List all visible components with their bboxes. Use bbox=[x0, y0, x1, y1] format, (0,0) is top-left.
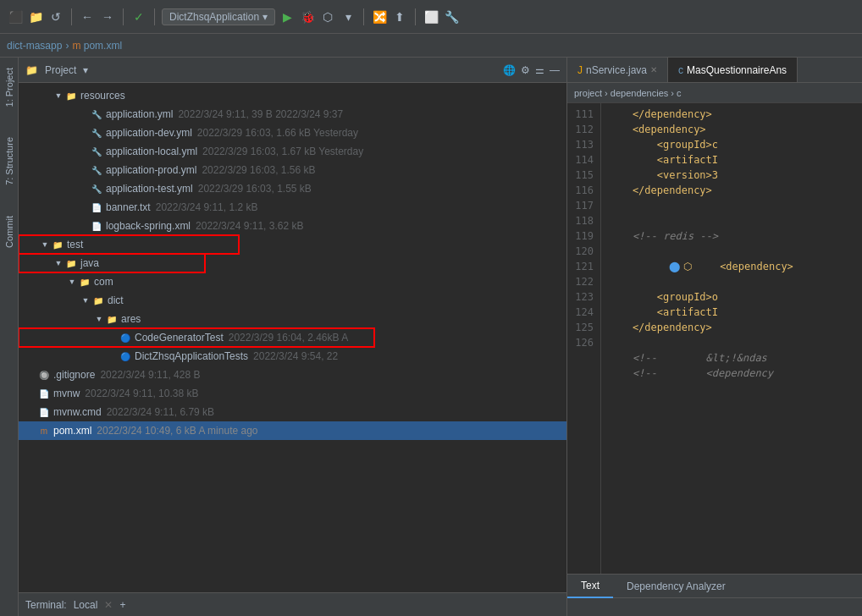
file-name: mvnw bbox=[53, 388, 80, 399]
settings-icon2[interactable]: 🔧 bbox=[443, 8, 460, 25]
project-panel-title: Project bbox=[45, 64, 76, 76]
sidebar-item-project[interactable]: 1: Project bbox=[3, 61, 16, 113]
forward-icon[interactable]: → bbox=[99, 8, 116, 25]
debug-button[interactable]: 🐞 bbox=[299, 8, 316, 25]
open-icon[interactable]: 📁 bbox=[27, 8, 44, 25]
add-terminal-button[interactable]: + bbox=[119, 599, 125, 611]
code-line: <groupId>o bbox=[608, 289, 855, 305]
list-item-pom[interactable]: m pom.xml 2022/3/24 10:49, 6 kB A minute… bbox=[19, 421, 566, 440]
close-icon[interactable]: ✕ bbox=[650, 65, 657, 74]
list-item[interactable]: 🔧 application-dev.yml 2022/3/29 16:03, 1… bbox=[19, 124, 566, 142]
xml-icon: 📄 bbox=[90, 219, 103, 233]
list-item[interactable]: 📄 banner.txt 2022/3/24 9:11, 1.2 kB bbox=[19, 198, 566, 217]
file-meta: 2022/3/29 16:04, 2.46 bbox=[229, 332, 328, 344]
list-item[interactable]: 🔧 application.yml 2022/3/24 9:11, 39 B 2… bbox=[19, 105, 566, 124]
list-item[interactable]: 🔧 application-prod.yml 2022/3/29 16:03, … bbox=[19, 161, 566, 179]
list-item[interactable]: ▼ 📁 resources bbox=[19, 86, 566, 105]
layout-icon[interactable]: ⬜ bbox=[423, 8, 439, 25]
file-meta: 2022/3/24 9:11, 6.79 kB bbox=[107, 406, 214, 418]
globe-icon[interactable]: 🌐 bbox=[503, 64, 516, 76]
file-name: mvnw.cmd bbox=[53, 406, 102, 418]
code-line: <artifactI bbox=[608, 305, 855, 320]
push-icon[interactable]: ⬆ bbox=[391, 8, 408, 25]
layout-icon2[interactable]: ⚌ bbox=[535, 64, 544, 76]
tab-label: MasQuestionnaireAns bbox=[687, 64, 787, 76]
code-line: </dependency> bbox=[608, 183, 855, 198]
sep4 bbox=[363, 8, 364, 25]
minimize-icon[interactable]: — bbox=[550, 64, 560, 76]
file-name: CodeGeneratorTest bbox=[135, 332, 224, 344]
list-item[interactable]: ▼ 📁 dict bbox=[19, 291, 566, 310]
check-icon[interactable]: ✓ bbox=[130, 8, 147, 25]
line-num: 122 bbox=[567, 274, 600, 289]
sidebar-item-structure[interactable]: 7: Structure bbox=[3, 130, 16, 192]
file-meta: 2022/3/24 9:11, 1.2 kB bbox=[156, 201, 258, 213]
folder-icon: 📁 bbox=[64, 89, 78, 102]
list-item[interactable]: 📄 mvnw 2022/3/24 9:11, 10.38 kB bbox=[19, 384, 566, 403]
more-run-icon[interactable]: ▾ bbox=[340, 8, 356, 25]
list-item[interactable]: 🔘 .gitignore 2022/3/24 9:11, 428 B bbox=[19, 366, 566, 384]
line-numbers: 111 112 113 114 115 116 117 118 119 120 … bbox=[567, 103, 601, 574]
sep2 bbox=[123, 8, 124, 25]
file-meta: 2022/3/29 16:03, 1.67 kB Yesterday bbox=[202, 146, 363, 157]
arrow-icon: ▼ bbox=[93, 315, 105, 323]
arrow-icon: ▼ bbox=[52, 91, 64, 100]
java-icon: J bbox=[577, 64, 583, 76]
folder-icon: 📁 bbox=[91, 294, 105, 307]
code-panel: J nService.java ✕ c MasQuestionnaireAns … bbox=[567, 58, 862, 616]
file-meta: 2022/3/29 16:03, 1.55 kB bbox=[198, 183, 312, 195]
coverage-button[interactable]: ⬡ bbox=[319, 8, 336, 25]
list-item-java-folder[interactable]: ▼ 📁 java bbox=[19, 254, 205, 272]
line-num: 114 bbox=[567, 152, 600, 168]
settings-gear-icon[interactable]: ⚙ bbox=[521, 64, 530, 76]
breadcrumb-icon: m bbox=[72, 40, 80, 52]
list-item[interactable]: ▼ 📁 com bbox=[19, 272, 566, 291]
list-item-test-folder[interactable]: ▼ 📁 test bbox=[19, 235, 239, 254]
yaml-icon: 🔧 bbox=[90, 145, 103, 158]
breadcrumb-sep1: › bbox=[65, 40, 69, 52]
file-meta: 2022/3/24 9:54, 22 bbox=[253, 350, 338, 362]
list-item[interactable]: 🔵 DictZhsqApplicationTests 2022/3/24 9:5… bbox=[19, 347, 566, 366]
file-name: .gitignore bbox=[53, 369, 95, 381]
chevron-down-icon: ▾ bbox=[262, 11, 268, 23]
tab-text[interactable]: Text bbox=[567, 575, 613, 598]
line-num: 113 bbox=[567, 137, 600, 152]
pom-icon: m bbox=[37, 424, 51, 437]
refresh-icon[interactable]: ↺ bbox=[47, 8, 64, 25]
list-item[interactable]: 📄 mvnw.cmd 2022/3/24 9:11, 6.79 kB bbox=[19, 403, 566, 421]
close-terminal-icon[interactable]: ✕ bbox=[104, 599, 113, 611]
file-name: application-test.yml bbox=[106, 183, 193, 195]
file-meta: 2022/3/29 16:03, 1.66 kB Yesterday bbox=[197, 127, 358, 139]
file-meta: 2022/3/24 9:11, 10.38 kB bbox=[85, 388, 198, 399]
line-num: 115 bbox=[567, 168, 600, 183]
breadcrumb-project: dict-masapp bbox=[7, 40, 62, 52]
back-icon[interactable]: ← bbox=[79, 8, 96, 25]
sidebar-item-commit[interactable]: Commit bbox=[3, 209, 16, 255]
list-item[interactable]: 🔧 application-local.yml 2022/3/29 16:03,… bbox=[19, 142, 566, 161]
save-icon[interactable]: ⬛ bbox=[7, 8, 24, 25]
list-item-code-generator-test[interactable]: 🔵 CodeGeneratorTest 2022/3/29 16:04, 2.4… bbox=[19, 328, 374, 347]
chevron-down-icon[interactable]: ▾ bbox=[83, 64, 88, 76]
tab-nservice[interactable]: J nService.java ✕ bbox=[567, 58, 668, 82]
run-config-label: DictZhsqApplication bbox=[169, 11, 259, 23]
terminal-tab-local[interactable]: Local bbox=[74, 599, 98, 611]
code-line: </dependency> bbox=[608, 107, 855, 122]
test-icon: 🔵 bbox=[119, 331, 132, 344]
code-line bbox=[608, 198, 855, 213]
list-item[interactable]: ▼ 📁 ares bbox=[19, 310, 566, 328]
git-icon[interactable]: 🔀 bbox=[371, 8, 388, 25]
code-line: <!-- redis --> bbox=[608, 228, 855, 244]
tab-dep-label: Dependency Analyzer bbox=[627, 580, 726, 592]
run-config-dropdown[interactable]: DictZhsqApplication ▾ bbox=[162, 8, 275, 25]
run-button[interactable]: ▶ bbox=[279, 8, 296, 25]
list-item[interactable]: 📄 logback-spring.xml 2022/3/24 9:11, 3.6… bbox=[19, 217, 566, 235]
code-line: <groupId>c bbox=[608, 137, 855, 152]
yaml-icon: 🔧 bbox=[90, 126, 103, 140]
tab-label: nService.java bbox=[586, 64, 647, 76]
bottom-section: Text Dependency Analyzer bbox=[567, 574, 862, 616]
list-item[interactable]: 🔧 application-test.yml 2022/3/29 16:03, … bbox=[19, 179, 566, 198]
tab-masquestionnaire[interactable]: c MasQuestionnaireAns bbox=[668, 58, 798, 82]
tab-dependency-analyzer[interactable]: Dependency Analyzer bbox=[613, 575, 739, 597]
tab-text-label: Text bbox=[581, 580, 600, 591]
file-panel-header: 📁 Project ▾ 🌐 ⚙ ⚌ — bbox=[19, 58, 566, 83]
